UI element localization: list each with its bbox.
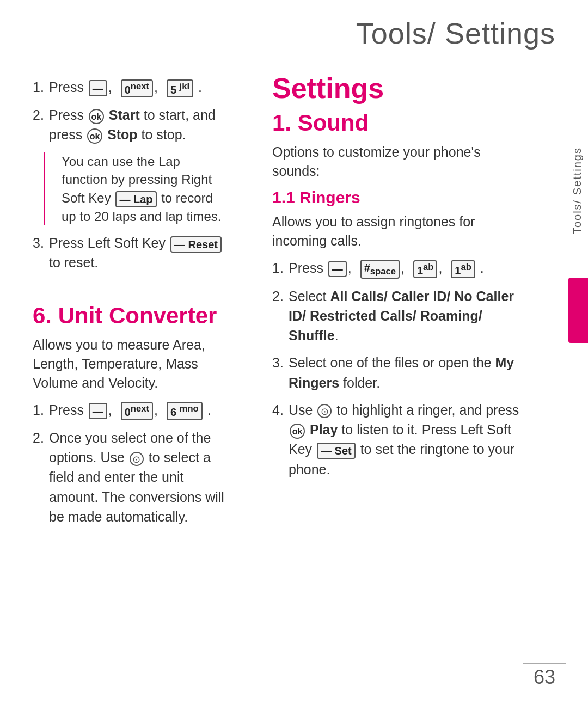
step-2-num: 2.	[33, 105, 49, 125]
key-hash: #space	[360, 260, 400, 279]
sound-body: Options to customize your phone's sounds…	[272, 143, 528, 181]
key-dash-1: —	[89, 80, 107, 96]
nav-circle-1: ⊙	[130, 452, 144, 466]
sidebar-label-container: Tools/ Settings	[566, 109, 588, 272]
right-column: Settings 1. Sound Options to customize y…	[250, 66, 555, 556]
unit-converter-heading: 6. Unit Converter	[33, 303, 229, 329]
ringer-step-1-content: Press —, #space, 1ab, 1ab .	[289, 258, 528, 279]
ringer-step-4-num: 4.	[272, 400, 289, 420]
ringer-step-2: 2. Select All Calls/ Caller ID/ No Calle…	[272, 286, 528, 346]
ringer-step-3: 3. Select one of the files or open the M…	[272, 353, 528, 393]
ringer-step-2-content: Select All Calls/ Caller ID/ No Caller I…	[289, 286, 528, 346]
ok-circle-1: ok	[89, 109, 104, 124]
key-reset: — Reset	[170, 236, 222, 253]
ringers-heading: 1.1 Ringers	[272, 188, 528, 207]
uc-step-1-content: Press —, 0next, 6 mno .	[49, 400, 229, 420]
uc-step-2-num: 2.	[33, 428, 49, 447]
uc-step-1: 1. Press —, 0next, 6 mno .	[33, 400, 229, 420]
ringer-step-3-num: 3.	[272, 353, 289, 372]
step-1: 1. Press —, 0next, 5 jkl .	[33, 77, 229, 97]
sidebar-tab	[568, 278, 588, 343]
step-3-content: Press Left Soft Key — Reset to reset.	[49, 233, 229, 273]
step-2-content: Press ok Start to start, and press ok St…	[49, 105, 229, 145]
ringer-step-3-content: Select one of the files or open the My R…	[289, 353, 528, 393]
sidebar-label-text: Tools/ Settings	[571, 147, 584, 234]
key-0next: 0next	[121, 79, 153, 98]
step-1-num: 1.	[33, 77, 49, 97]
settings-title: Settings	[272, 72, 528, 105]
uc-step-1-num: 1.	[33, 400, 49, 420]
key-1ab-2: 1ab	[451, 260, 475, 279]
ringer-step-2-num: 2.	[272, 286, 289, 306]
key-dash-2: —	[89, 403, 107, 419]
ringer-step-4-content: Use ⊙ to highlight a ringer, and press o…	[289, 400, 528, 479]
sound-heading: 1. Sound	[272, 110, 528, 136]
ringers-body: Allows you to assign ringtones for incom…	[272, 212, 528, 250]
ok-circle-3: ok	[290, 424, 305, 439]
step-1-content: Press —, 0next, 5 jkl .	[49, 77, 229, 97]
ringer-step-1: 1. Press —, #space, 1ab, 1ab .	[272, 258, 528, 279]
ringer-step-1-num: 1.	[272, 258, 289, 278]
step-2: 2. Press ok Start to start, and press ok…	[33, 105, 229, 145]
key-set: — Set	[317, 443, 356, 459]
key-lap: — Lap	[115, 191, 156, 207]
key-dash-r1: —	[328, 261, 347, 277]
page-title: Tools/ Settings	[0, 0, 588, 66]
key-1ab-1: 1ab	[413, 260, 438, 279]
step-3: 3. Press Left Soft Key — Reset to reset.	[33, 233, 229, 273]
step-3-num: 3.	[33, 233, 49, 253]
bullet-note: You can use the Lap function by pressing…	[44, 152, 229, 225]
page-number: 63	[534, 666, 555, 689]
key-6mno: 6 mno	[167, 402, 203, 420]
unit-converter-body: Allows you to measure Area, Length, Temp…	[33, 335, 229, 393]
nav-circle-2: ⊙	[317, 404, 332, 418]
uc-step-2-content: Once you select one of the options. Use …	[49, 428, 229, 526]
uc-step-2: 2. Once you select one of the options. U…	[33, 428, 229, 526]
key-0next-2: 0next	[121, 402, 153, 420]
key-5jkl: 5 jkl	[167, 79, 193, 98]
bottom-divider	[523, 663, 566, 664]
ringer-step-4: 4. Use ⊙ to highlight a ringer, and pres…	[272, 400, 528, 479]
left-column: 1. Press —, 0next, 5 jkl . 2. Press ok S…	[0, 66, 250, 556]
ok-circle-2: ok	[87, 128, 102, 144]
